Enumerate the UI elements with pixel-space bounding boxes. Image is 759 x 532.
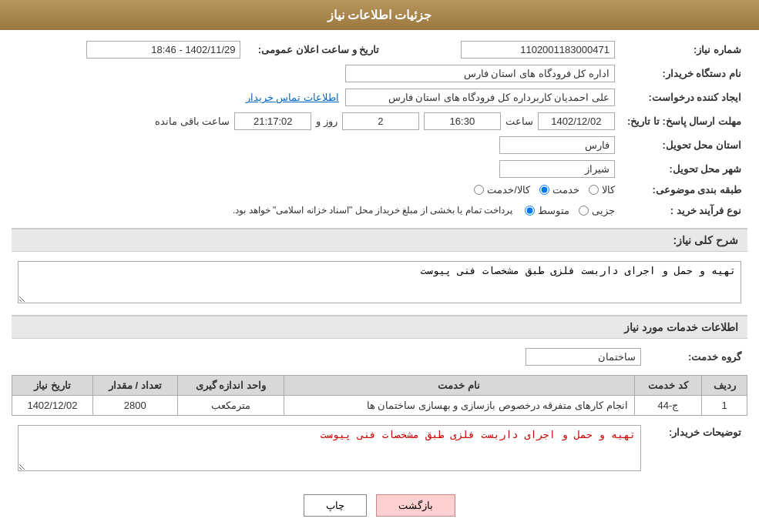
- description-section-title: شرح کلی نیاز:: [12, 228, 747, 252]
- purchase-notice: پرداخت تمام یا بخشی از مبلغ خریداز محل "…: [227, 202, 519, 219]
- cell-date: 1402/12/02: [12, 396, 93, 416]
- services-section-title: اطلاعات خدمات مورد نیاز: [12, 315, 747, 339]
- purchase-jozi: جزیی: [579, 205, 615, 216]
- deadline-days-box: 2: [342, 112, 419, 130]
- col-name: نام خدمت: [284, 376, 634, 396]
- buyer-notes-textarea[interactable]: [18, 425, 641, 471]
- deadline-time-label: ساعت: [505, 115, 533, 127]
- print-button[interactable]: چاپ: [304, 494, 367, 517]
- col-row: ردیف: [702, 376, 747, 396]
- category-radio-group: کالا خدمت کالا/خدمت: [18, 184, 615, 196]
- contact-link[interactable]: اطلاعات تماس خریدار: [246, 92, 339, 103]
- deadline-unit-label: ساعت باقی مانده: [155, 115, 230, 127]
- page-header: جزئیات اطلاعات نیاز: [0, 0, 759, 30]
- category-khedmat: خدمت: [539, 184, 579, 196]
- announcement-label: تاریخ و ساعت اعلان عمومی:: [247, 38, 385, 62]
- purchase-type-label: نوع فرآیند خرید :: [621, 199, 747, 222]
- announcement-box: 1402/11/29 - 18:46: [86, 41, 240, 59]
- cell-row-num: 1: [702, 396, 747, 416]
- requester-box: علی احمدیان کاربرداره کل فرودگاه های است…: [345, 89, 615, 106]
- page-title: جزئیات اطلاعات نیاز: [327, 8, 432, 22]
- jozi-label: جزیی: [592, 205, 615, 216]
- col-code: کد خدمت: [634, 376, 702, 396]
- category-kala-khedmat: کالا/خدمت: [474, 184, 530, 196]
- deadline-remaining-box: 21:17:02: [234, 112, 311, 130]
- purchase-type-row: جزیی متوسط پرداخت تمام یا بخشی از مبلغ خ…: [18, 202, 615, 219]
- kala-khedmat-label: کالا/خدمت: [487, 184, 530, 196]
- buyer-notes-table: توضیحات خریدار:: [12, 422, 747, 477]
- service-group-table: گروه خدمت: ساختمان: [12, 345, 747, 369]
- kala-label: کالا: [602, 184, 615, 196]
- category-kala: کالا: [589, 184, 615, 196]
- col-date: تاریخ نیاز: [12, 376, 93, 396]
- requester-row: علی احمدیان کاربرداره کل فرودگاه های است…: [18, 89, 615, 106]
- khedmat-label: خدمت: [552, 184, 579, 196]
- cell-name: انجام کارهای متفرقه درخصوص بازسازی و بهس…: [284, 396, 634, 416]
- basic-info-table: شماره نیاز: 1102001183000471 تاریخ و ساع…: [12, 38, 747, 222]
- purchase-jozi-radio[interactable]: [579, 206, 589, 216]
- col-unit: واحد اندازه گیری: [177, 376, 284, 396]
- purchase-motavaset: متوسط: [525, 205, 569, 216]
- col-quantity: تعداد / مقدار: [92, 376, 177, 396]
- deadline-row: 1402/12/02 ساعت 16:30 2 روز و 21:17:02 س…: [18, 112, 615, 130]
- deadline-day-label: روز و: [316, 115, 338, 127]
- province-label: استان محل تحویل:: [621, 133, 747, 157]
- category-khedmat-radio[interactable]: [539, 185, 549, 195]
- cell-quantity: 2800: [92, 396, 177, 416]
- province-box: فارس: [499, 136, 615, 154]
- deadline-time-box: 16:30: [424, 112, 501, 130]
- cell-unit: مترمکعب: [177, 396, 284, 416]
- category-kala-khedmat-radio[interactable]: [474, 185, 484, 195]
- button-row: بازگشت چاپ: [12, 483, 747, 524]
- deadline-date-box: 1402/12/02: [538, 112, 615, 130]
- service-group-label: گروه خدمت:: [647, 345, 747, 369]
- order-number-value: 1102001183000471: [385, 38, 620, 62]
- buyer-org-box: اداره کل فرودگاه های استان فارس: [345, 65, 615, 82]
- buyer-notes-label: توضیحات خریدار:: [647, 422, 747, 477]
- buyer-org-label: نام دستگاه خریدار:: [621, 62, 747, 85]
- order-number-label: شماره نیاز:: [621, 38, 747, 62]
- service-group-box: ساختمان: [526, 348, 641, 366]
- table-row: 1 ج-44 انجام کارهای متفرقه درخصوص بازساز…: [12, 396, 747, 416]
- city-label: شهر محل تحویل:: [621, 157, 747, 181]
- purchase-radio-group: جزیی متوسط: [525, 205, 615, 216]
- order-number-box: 1102001183000471: [461, 41, 615, 59]
- purchase-motavaset-radio[interactable]: [525, 206, 535, 216]
- cell-code: ج-44: [634, 396, 702, 416]
- deadline-label: مهلت ارسال پاسخ: تا تاریخ:: [621, 109, 747, 133]
- requester-label: ایجاد کننده درخواست:: [621, 85, 747, 109]
- category-label: طبقه بندی موضوعی:: [621, 181, 747, 199]
- back-button[interactable]: بازگشت: [376, 494, 455, 517]
- service-details-table: ردیف کد خدمت نام خدمت واحد اندازه گیری ت…: [12, 375, 747, 416]
- category-kala-radio[interactable]: [589, 185, 599, 195]
- description-textarea[interactable]: [18, 261, 741, 303]
- city-box: شیراز: [499, 160, 615, 178]
- motavaset-label: متوسط: [538, 205, 569, 216]
